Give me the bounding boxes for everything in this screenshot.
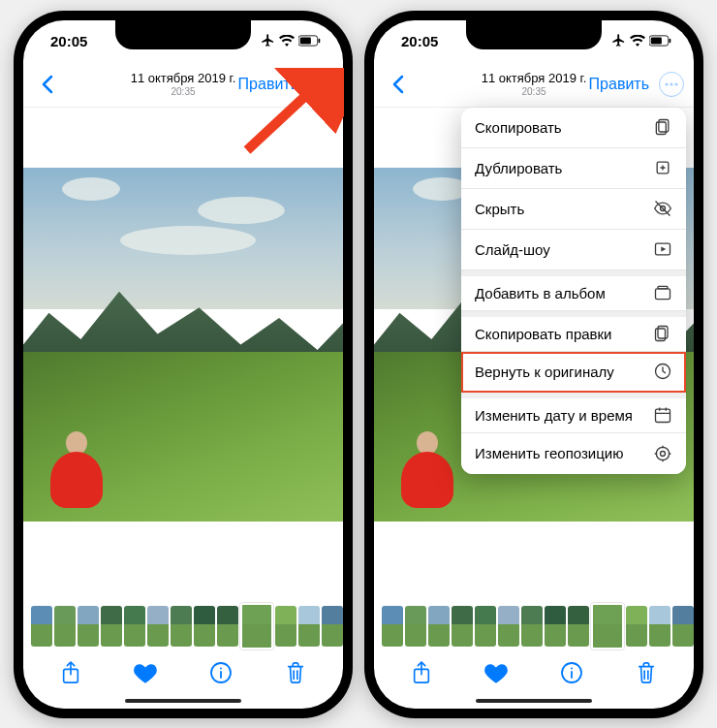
nav-title-date: 11 октября 2019 г. [482,72,587,86]
more-menu: Скопировать Дублировать Скрыть Слайд-шоу [461,108,686,474]
svg-point-4 [319,82,322,85]
status-time: 20:05 [401,33,438,49]
svg-rect-14 [651,38,662,45]
menu-duplicate-label: Дублировать [475,160,562,176]
info-button[interactable] [206,658,235,687]
share-button[interactable] [56,658,85,687]
thumbnail[interactable] [405,606,426,647]
thumbnail[interactable] [626,606,647,647]
svg-rect-1 [319,39,321,43]
thumbnail[interactable] [649,606,670,647]
svg-rect-38 [656,409,670,422]
thumbnail[interactable] [78,606,99,647]
thumbnail[interactable] [452,606,473,647]
favorite-button[interactable] [482,658,511,687]
menu-copy-label: Скопировать [475,119,562,136]
menu-change-location-label: Изменить геопозицию [475,445,623,461]
svg-point-15 [665,82,668,85]
back-button[interactable] [33,70,62,99]
thumbnail[interactable] [147,606,169,647]
photo-viewer[interactable] [23,108,343,583]
thumbnail[interactable] [545,606,566,647]
edit-button[interactable]: Править [589,76,649,93]
notch [466,20,602,49]
thumbnail[interactable] [298,606,320,647]
home-indicator[interactable] [476,699,592,703]
menu-add-album-label: Добавить в альбом [475,285,606,301]
back-button[interactable] [384,70,413,99]
thumbnail[interactable] [275,606,296,647]
thumbnail-strip[interactable] [374,602,694,650]
menu-duplicate[interactable]: Дублировать [461,148,686,189]
status-time: 20:05 [50,33,87,49]
menu-add-album[interactable]: Добавить в альбом [461,270,686,311]
airplane-icon [611,33,626,50]
person-in-photo [401,426,459,508]
thumbnail[interactable] [217,606,238,647]
thumbnail[interactable] [591,603,624,649]
menu-change-location[interactable]: Изменить геопозицию [461,433,686,474]
airplane-icon [261,33,275,50]
thumbnail[interactable] [568,606,589,647]
phone-right: 20:05 11 октября 2019 г. 20:35 [364,11,703,718]
thumbnail-strip[interactable] [23,602,343,650]
thumbnail[interactable] [101,606,122,647]
more-button[interactable] [659,72,684,97]
menu-hide[interactable]: Скрыть [461,189,686,230]
calendar-icon [653,405,672,425]
battery-icon [649,33,672,49]
phone-left: 20:05 11 октября 2019 г. 20:35 [14,11,353,718]
menu-copy[interactable]: Скопировать [461,108,686,148]
thumbnail[interactable] [428,606,450,647]
duplicate-icon [653,158,672,177]
photo [23,168,343,522]
thumbnail[interactable] [54,606,76,647]
svg-point-21 [571,667,573,669]
album-icon [653,283,672,302]
more-button[interactable] [308,72,333,97]
menu-revert-label: Вернуть к оригиналу [475,364,614,380]
home-indicator[interactable] [125,699,241,703]
trash-button[interactable] [632,658,661,687]
nav-bar: 11 октября 2019 г. 20:35 Править [374,63,694,108]
svg-point-17 [674,82,677,85]
slideshow-icon [653,239,672,259]
menu-revert[interactable]: Вернуть к оригиналу [461,352,686,393]
svg-point-42 [656,447,669,459]
svg-rect-34 [658,286,668,289]
thumbnail[interactable] [194,606,215,647]
copy-icon [653,117,672,137]
menu-slideshow[interactable]: Слайд-шоу [461,230,686,270]
thumbnail[interactable] [240,603,273,649]
thumbnail[interactable] [672,606,694,647]
nav-title-date: 11 октября 2019 г. [131,72,236,86]
menu-copy-edits-label: Скопировать правки [475,326,611,342]
svg-point-43 [661,451,666,456]
svg-point-16 [670,82,672,85]
thumbnail[interactable] [31,606,52,647]
thumbnail[interactable] [521,606,543,647]
thumbnail[interactable] [322,606,343,647]
edit-button[interactable]: Править [238,76,298,93]
wifi-icon [279,33,295,49]
location-icon [653,444,672,463]
thumbnail[interactable] [498,606,519,647]
thumbnail[interactable] [171,606,192,647]
thumbnail[interactable] [475,606,496,647]
nav-title-time: 20:35 [482,86,587,98]
thumbnail[interactable] [382,606,403,647]
revert-icon [653,362,672,381]
svg-marker-32 [661,247,666,252]
thumbnail[interactable] [124,606,145,647]
info-button[interactable] [557,658,586,687]
menu-change-date-label: Изменить дату и время [475,407,633,424]
nav-title: 11 октября 2019 г. 20:35 [131,72,236,97]
trash-button[interactable] [281,658,310,687]
share-button[interactable] [407,658,436,687]
favorite-button[interactable] [131,658,160,687]
battery-icon [298,33,322,49]
nav-title-time: 20:35 [131,86,236,98]
menu-change-date[interactable]: Изменить дату и время [461,393,686,433]
menu-copy-edits[interactable]: Скопировать правки [461,311,686,352]
menu-hide-label: Скрыть [475,201,524,217]
